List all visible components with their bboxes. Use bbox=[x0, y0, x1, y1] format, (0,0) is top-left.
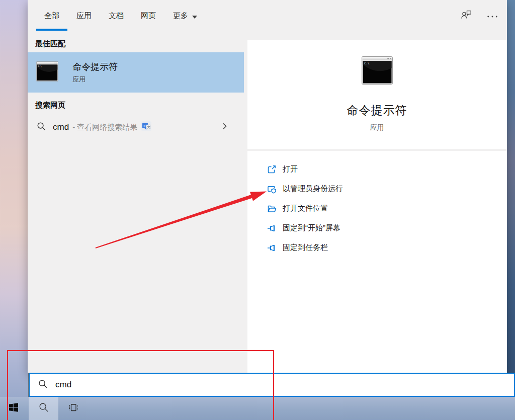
tab-all[interactable]: 全部 bbox=[36, 0, 67, 31]
best-match-subtitle: 应用 bbox=[72, 75, 118, 84]
open-icon bbox=[267, 164, 277, 175]
caret-down-icon bbox=[192, 12, 197, 20]
translate-badge-icon: G 文 bbox=[141, 121, 151, 133]
best-match-header: 最佳匹配 bbox=[35, 31, 244, 50]
search-icon bbox=[39, 402, 49, 414]
tab-more[interactable]: 更多 bbox=[165, 0, 205, 31]
web-search-query: cmd bbox=[53, 122, 69, 132]
search-flyout-header: 全部 应用 文档 网页 更多 bbox=[28, 0, 507, 31]
taskbar bbox=[0, 397, 515, 420]
start-button[interactable] bbox=[5, 397, 22, 420]
task-view-icon bbox=[68, 402, 78, 414]
svg-text:G: G bbox=[144, 124, 147, 128]
action-run-as-administrator[interactable]: 以管理员身份运行 bbox=[267, 179, 506, 199]
filter-tabs: 全部 应用 文档 网页 更多 bbox=[36, 0, 206, 31]
taskbar-search-input[interactable]: cmd bbox=[29, 373, 515, 397]
pin-icon bbox=[267, 243, 277, 253]
cmd-terminal-icon: C:\ bbox=[362, 56, 393, 87]
svg-text:C:\: C:\ bbox=[38, 65, 42, 67]
best-match-title: 命令提示符 bbox=[72, 61, 118, 73]
run-as-admin-shield-icon bbox=[267, 184, 277, 194]
detail-panel: C:\ 命令提示符 应用 打开 bbox=[244, 31, 507, 373]
action-pin-to-start[interactable]: 固定到“开始”屏幕 bbox=[267, 218, 506, 238]
taskbar-search-button[interactable] bbox=[34, 397, 54, 420]
pin-icon bbox=[267, 223, 277, 233]
windows-start-icon bbox=[9, 403, 18, 414]
task-view-button[interactable] bbox=[63, 397, 83, 420]
svg-text:C:\: C:\ bbox=[364, 62, 369, 65]
tab-documents[interactable]: 文档 bbox=[101, 0, 132, 31]
search-flyout: 全部 应用 文档 网页 更多 bbox=[28, 0, 507, 373]
best-match-result-cmd[interactable]: C:\ 命令提示符 应用 bbox=[28, 52, 244, 93]
folder-icon bbox=[267, 204, 277, 214]
results-panel: 最佳匹配 C:\ bbox=[28, 31, 244, 373]
search-input-value: cmd bbox=[55, 380, 71, 390]
app-title: 命令提示符 bbox=[347, 103, 407, 118]
app-subtitle: 应用 bbox=[370, 123, 384, 132]
app-actions-card: 打开 以管理员身份运行 bbox=[247, 151, 506, 373]
action-open[interactable]: 打开 bbox=[267, 159, 506, 179]
action-pin-to-taskbar[interactable]: 固定到任务栏 bbox=[267, 238, 506, 258]
web-search-hint: - 查看网络搜索结果 bbox=[72, 123, 137, 132]
tab-web[interactable]: 网页 bbox=[133, 0, 164, 31]
search-icon bbox=[37, 122, 46, 133]
action-open-file-location[interactable]: 打开文件位置 bbox=[267, 199, 506, 218]
app-detail-card: C:\ 命令提示符 应用 bbox=[247, 40, 506, 149]
cmd-terminal-icon: C:\ bbox=[36, 61, 58, 83]
desktop-wallpaper-left bbox=[0, 0, 28, 420]
svg-text:文: 文 bbox=[147, 125, 151, 129]
web-search-result[interactable]: cmd - 查看网络搜索结果 G 文 bbox=[28, 116, 244, 139]
feedback-icon[interactable] bbox=[461, 10, 472, 22]
search-flyout-body: 最佳匹配 C:\ bbox=[28, 31, 507, 373]
tab-apps[interactable]: 应用 bbox=[68, 0, 100, 31]
search-icon bbox=[38, 379, 48, 391]
desktop-wallpaper-right bbox=[507, 0, 515, 420]
web-search-header: 搜索网页 bbox=[35, 101, 244, 112]
more-options-icon[interactable] bbox=[487, 11, 498, 20]
screen: 全部 应用 文档 网页 更多 bbox=[0, 0, 515, 420]
chevron-right-icon[interactable] bbox=[220, 122, 229, 133]
header-icons bbox=[461, 0, 498, 31]
